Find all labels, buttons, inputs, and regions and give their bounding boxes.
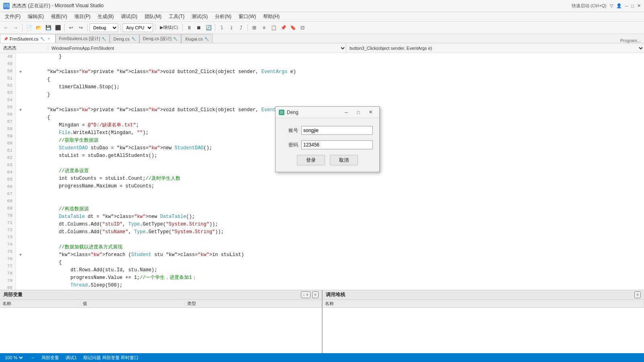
- menu-analyze[interactable]: 分析(N): [212, 12, 235, 21]
- callstack-close-btn[interactable]: ×: [634, 291, 641, 298]
- tb-misc6[interactable]: ⊡: [298, 23, 307, 32]
- tab-overflow: Program...: [213, 38, 644, 43]
- menu-project[interactable]: 项目(P): [71, 12, 94, 21]
- code-line: int stuCounts = stuList.Count;//及时学生人数: [19, 175, 641, 183]
- tab-xiugai-cs[interactable]: Xiugai.cs 🔧: [181, 34, 213, 43]
- title-left: VS 杰杰杰 (正在运行) - Microsoft Visual Studio: [3, 2, 104, 9]
- menu-view[interactable]: 视图(V): [48, 12, 70, 21]
- tab-deng-design[interactable]: Deng.cs [设计] 🔧: [139, 34, 182, 43]
- col-name: 名称: [0, 301, 80, 307]
- tb-forward[interactable]: →: [11, 23, 20, 32]
- user-icon[interactable]: 👤: [616, 3, 622, 8]
- minimize-btn[interactable]: ─: [625, 4, 628, 8]
- tb-back[interactable]: ←: [2, 23, 10, 32]
- maximize-btn[interactable]: □: [631, 4, 634, 8]
- locals-table-header: 名称 值 类型: [0, 300, 322, 308]
- toolbar: ← → 📄 📂 💾 ⬛ ↩ ↪ Debug Release Any CPU x8…: [0, 22, 644, 34]
- zoom-selector[interactable]: 100 %: [3, 355, 24, 360]
- tab-close-btn[interactable]: ×: [46, 36, 52, 42]
- username-field: 账号: [282, 126, 373, 135]
- dialog-maximize-btn[interactable]: □: [353, 108, 364, 116]
- code-line: dt.Rows.Add(stu.Id, stu.Name);: [19, 266, 641, 274]
- locals-pin-btn[interactable]: ↓ ×: [301, 291, 311, 298]
- tab-modified-icon2: 🔧: [102, 37, 106, 41]
- dialog-minimize-btn[interactable]: ─: [341, 108, 352, 116]
- tb-redo[interactable]: ↪: [76, 23, 85, 32]
- quick-launch[interactable]: 快速启动 (Ctrl+Q): [572, 3, 606, 9]
- status-bar: 100 % → 局部变量 调试1 期记问题 局部变量 即时窗口: [0, 353, 644, 362]
- tb-open[interactable]: 📂: [34, 23, 43, 32]
- dialog-close-btn[interactable]: ✕: [365, 108, 376, 116]
- collapse-icon[interactable]: ▼: [19, 69, 24, 76]
- tb-misc4[interactable]: 📌: [279, 23, 288, 32]
- menu-team[interactable]: 团队(M): [141, 12, 165, 21]
- tb-stop[interactable]: ⏹: [194, 23, 203, 32]
- tab-deng-cs[interactable]: Deng.cs 🔧: [110, 34, 139, 43]
- menu-window[interactable]: 窗口(W): [235, 12, 259, 21]
- menu-tools[interactable]: 工具(T): [166, 12, 188, 21]
- code-line: [19, 99, 641, 106]
- tb-misc1[interactable]: ⊞: [250, 23, 259, 32]
- collapse-icon[interactable]: ▼: [19, 107, 24, 114]
- close-btn[interactable]: ✕: [637, 3, 641, 8]
- username-input[interactable]: [301, 126, 373, 135]
- bottom-panels: 局部变量 ↓ × × 名称 值 类型 调用堆栈 × 名称: [0, 290, 644, 362]
- tb-step-over[interactable]: ⤸: [227, 23, 236, 32]
- platform-selector[interactable]: Any CPU x86 x64: [123, 23, 153, 32]
- tab-label: FrmStudent.cs: [10, 37, 39, 41]
- tb-restart[interactable]: 🔄: [204, 23, 213, 32]
- code-line: //构造数据源: [19, 205, 641, 213]
- locals-close-btn[interactable]: ×: [312, 291, 319, 298]
- col-value: 值: [80, 301, 185, 307]
- menu-help[interactable]: 帮助(H): [260, 12, 283, 21]
- filter-icon[interactable]: ▽: [610, 3, 613, 8]
- tb-undo[interactable]: ↩: [67, 23, 76, 32]
- continue-btn[interactable]: ▶ 继续(C): [157, 23, 180, 32]
- method-selector[interactable]: button3_Click(object sender, EventArgs e…: [346, 44, 644, 53]
- tb-save[interactable]: 💾: [44, 23, 53, 32]
- tb-step-out[interactable]: ⤴: [237, 23, 245, 32]
- menu-file[interactable]: 文件(F): [2, 12, 24, 21]
- tab-modified-icon5: 🔧: [204, 37, 209, 41]
- code-line: }: [19, 91, 641, 99]
- password-input[interactable]: [301, 140, 373, 149]
- col-type: 类型: [185, 301, 322, 307]
- tab-modified-icon: 🔧: [40, 37, 45, 41]
- tb-misc2[interactable]: ≡: [260, 23, 268, 32]
- dialog-title: Deng: [287, 110, 338, 115]
- tb-saveall[interactable]: ⬛: [53, 23, 62, 32]
- menu-test[interactable]: 测试(S): [188, 12, 211, 21]
- debug-config-selector[interactable]: Debug Release: [90, 23, 118, 32]
- code-line: [19, 236, 641, 244]
- tb-misc5[interactable]: 🔖: [288, 23, 297, 32]
- code-line: [19, 190, 641, 198]
- login-dialog: D Deng ─ □ ✕ 账号 密码 登录 取消: [275, 106, 380, 172]
- vs-icon: VS: [3, 3, 10, 9]
- tb-sep5: [155, 24, 155, 31]
- collapse-icon[interactable]: ▼: [19, 252, 24, 259]
- menu-debug[interactable]: 调试(D): [118, 12, 141, 21]
- tb-misc3[interactable]: 📋: [269, 23, 278, 32]
- code-line: Thread.Sleep(500);: [19, 282, 641, 289]
- tab-modified-icon4: 🔧: [173, 37, 178, 41]
- code-line: DataTable dt = "kw">class="kw">new DataT…: [19, 213, 641, 221]
- class-selector[interactable]: WindowsFormsApp.FrmStudent: [48, 44, 346, 53]
- code-line: dt.Columns.Add("stuID", Type.GetType("Sy…: [19, 221, 641, 228]
- status-tab-indicator: →: [31, 355, 35, 360]
- tab-frmstudent-cs[interactable]: 📌 FrmStudent.cs 🔧 ×: [0, 34, 55, 43]
- code-line: dt.Columns.Add("stuName", Type.GetType("…: [19, 228, 641, 236]
- login-button[interactable]: 登录: [297, 155, 325, 165]
- cancel-button[interactable]: 取消: [330, 155, 358, 165]
- tab-frmstudent-design[interactable]: FrmStudent.cs [设计] 🔧: [55, 34, 110, 43]
- password-label: 密码: [282, 142, 298, 148]
- tb-sep7: [215, 24, 215, 31]
- menu-build[interactable]: 生成(B): [94, 12, 117, 21]
- dialog-body: 账号 密码 登录 取消: [276, 118, 379, 172]
- callstack-actions: ×: [634, 291, 641, 298]
- code-line: {: [19, 76, 641, 83]
- program-tab[interactable]: Program...: [620, 38, 641, 43]
- tb-step-into[interactable]: ⤵: [217, 23, 226, 32]
- menu-edit[interactable]: 编辑(E): [25, 12, 47, 21]
- tb-new[interactable]: 📄: [25, 23, 33, 32]
- tb-pause[interactable]: ⏸: [185, 23, 194, 32]
